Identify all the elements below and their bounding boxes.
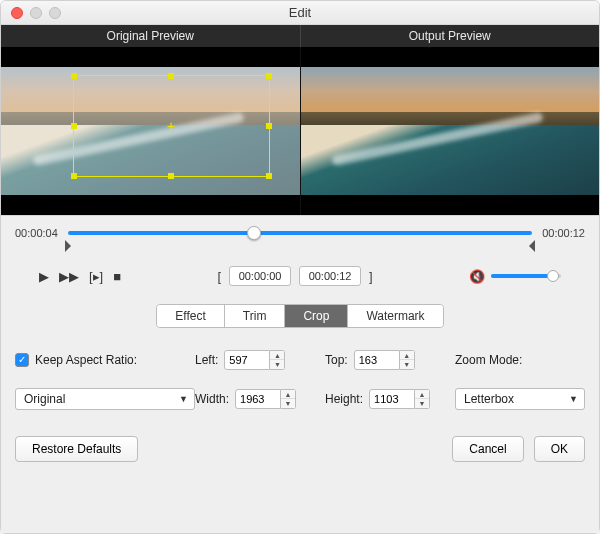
step-button[interactable]: [▸]: [89, 269, 103, 284]
mute-icon[interactable]: 🔇: [469, 269, 485, 284]
footer: Restore Defaults Cancel OK: [15, 436, 585, 462]
zoom-mode-dropdown[interactable]: Letterbox ▼: [455, 388, 585, 410]
tab-trim[interactable]: Trim: [224, 305, 285, 327]
edit-window: Edit Original Preview Output Preview +: [0, 0, 600, 534]
transport-row: ▶ ▶▶ [▸] ■ [ 00:00:00 00:00:12 ] 🔇: [39, 266, 561, 286]
height-step-up[interactable]: ▲: [415, 390, 429, 399]
keep-aspect-label: Keep Aspect Ratio:: [35, 353, 137, 367]
aspect-dropdown[interactable]: Original ▼: [15, 388, 195, 410]
tab-watermark[interactable]: Watermark: [347, 305, 442, 327]
chevron-down-icon: ▼: [179, 394, 188, 404]
chevron-down-icon: ▼: [569, 394, 578, 404]
cancel-button[interactable]: Cancel: [452, 436, 523, 462]
timeline-slider[interactable]: [68, 226, 532, 240]
titlebar: Edit: [1, 1, 599, 25]
range-end-field[interactable]: 00:00:12: [299, 266, 361, 286]
original-preview-label: Original Preview: [1, 25, 301, 47]
left-label: Left:: [195, 353, 218, 367]
zoom-mode-label: Zoom Mode:: [455, 353, 585, 367]
left-input[interactable]: [224, 350, 270, 370]
preview-header: Original Preview Output Preview: [1, 25, 599, 47]
window-title: Edit: [1, 5, 599, 20]
timecode-end: 00:00:12: [542, 227, 585, 239]
zoom-dropdown-value: Letterbox: [464, 392, 514, 406]
playhead-thumb[interactable]: [247, 226, 261, 240]
width-step-up[interactable]: ▲: [281, 390, 295, 399]
timecode-start: 00:00:04: [15, 227, 58, 239]
width-step-down[interactable]: ▼: [281, 399, 295, 408]
play-button[interactable]: ▶: [39, 269, 49, 284]
output-preview: [301, 47, 600, 215]
output-preview-label: Output Preview: [301, 25, 600, 47]
maximize-icon: [49, 7, 61, 19]
height-label: Height:: [325, 392, 363, 406]
timeline: 00:00:04 00:00:12: [15, 226, 585, 240]
original-preview[interactable]: +: [1, 47, 301, 215]
left-step-down[interactable]: ▼: [270, 360, 284, 369]
trim-start-marker[interactable]: [65, 240, 71, 252]
trim-end-marker[interactable]: [529, 240, 535, 252]
aspect-dropdown-value: Original: [24, 392, 65, 406]
tab-crop[interactable]: Crop: [284, 305, 347, 327]
tab-effect[interactable]: Effect: [157, 305, 223, 327]
controls-panel: 00:00:04 00:00:12 ▶ ▶▶ [▸] ■ [ 00:00:00 …: [1, 215, 599, 533]
range-out-button[interactable]: ]: [369, 269, 373, 284]
stop-button[interactable]: ■: [113, 269, 121, 284]
range-in-button[interactable]: [: [217, 269, 221, 284]
height-step-down[interactable]: ▼: [415, 399, 429, 408]
volume-thumb[interactable]: [547, 270, 559, 282]
checkbox-icon: ✓: [15, 353, 29, 367]
height-input[interactable]: [369, 389, 415, 409]
top-step-down[interactable]: ▼: [400, 360, 414, 369]
top-step-up[interactable]: ▲: [400, 351, 414, 360]
restore-defaults-button[interactable]: Restore Defaults: [15, 436, 138, 462]
range-start-field[interactable]: 00:00:00: [229, 266, 291, 286]
volume-slider[interactable]: [491, 274, 561, 278]
crop-center-icon: +: [167, 118, 175, 134]
close-icon[interactable]: [11, 7, 23, 19]
top-label: Top:: [325, 353, 348, 367]
crop-fields: ✓ Keep Aspect Ratio: Left: ▲▼ Top: ▲▼ Zo…: [15, 350, 585, 410]
crop-rectangle[interactable]: +: [73, 75, 270, 177]
fast-forward-button[interactable]: ▶▶: [59, 269, 79, 284]
ok-button[interactable]: OK: [534, 436, 585, 462]
top-input[interactable]: [354, 350, 400, 370]
left-step-up[interactable]: ▲: [270, 351, 284, 360]
preview-area: +: [1, 47, 599, 215]
keep-aspect-checkbox[interactable]: ✓ Keep Aspect Ratio:: [15, 353, 195, 367]
minimize-icon: [30, 7, 42, 19]
tab-bar: EffectTrimCropWatermark: [15, 304, 585, 328]
width-input[interactable]: [235, 389, 281, 409]
width-label: Width:: [195, 392, 229, 406]
